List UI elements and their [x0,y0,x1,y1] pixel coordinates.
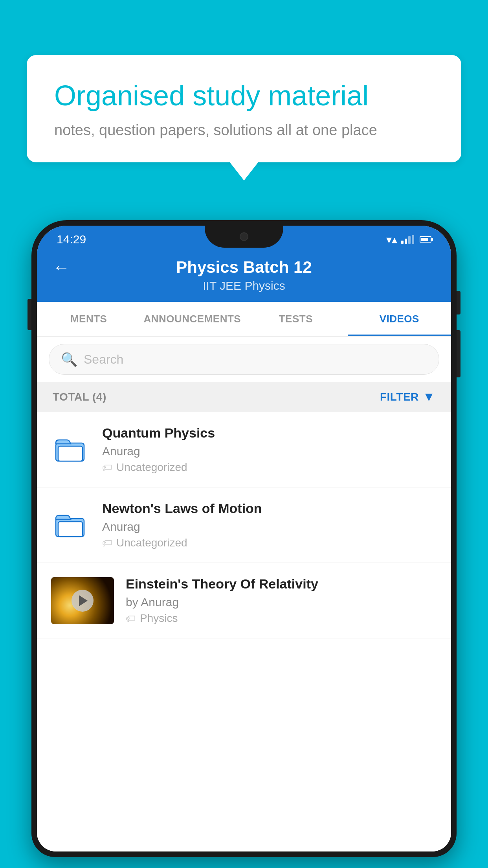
camera [240,232,248,241]
search-placeholder: Search [84,352,123,367]
folder-icon-wrap [51,430,90,469]
tab-announcements[interactable]: ANNOUNCEMENTS [140,302,244,336]
volume-down-button [457,330,460,377]
play-button[interactable] [72,590,94,612]
list-item[interactable]: Einstein's Theory Of Relativity by Anura… [37,563,451,638]
speech-bubble: Organised study material notes, question… [27,55,461,162]
speech-bubble-arrow [230,162,258,180]
power-button [457,291,460,314]
item-tag: 🏷 Uncategorized [102,461,437,474]
bubble-subtitle: notes, question papers, solutions all at… [54,122,434,139]
video-list: Quantum Physics Anurag 🏷 Uncategorized [37,412,451,851]
item-tag: 🏷 Physics [126,612,437,625]
item-info: Quantum Physics Anurag 🏷 Uncategorized [102,425,437,474]
phone-screen: 14:29 ▾▴ ← Physics [37,226,451,851]
app-header: ← Physics Batch 12 IIT JEE Physics [37,250,451,302]
search-icon: 🔍 [61,351,77,367]
filter-button[interactable]: FILTER ▼ [380,390,435,404]
tag-icon: 🏷 [126,612,136,625]
header-row: ← Physics Batch 12 [53,258,435,277]
speech-bubble-wrapper: Organised study material notes, question… [27,55,461,180]
search-bar[interactable]: 🔍 Search [49,344,439,375]
item-tag: 🏷 Uncategorized [102,537,437,549]
video-thumbnail [51,577,114,624]
svg-rect-1 [58,446,83,461]
total-count: TOTAL (4) [53,391,106,403]
filter-label: FILTER [380,391,419,403]
list-item[interactable]: Newton's Laws of Motion Anurag 🏷 Uncateg… [37,487,451,563]
filter-icon: ▼ [423,390,435,404]
tab-ments[interactable]: MENTS [37,302,140,336]
folder-icon [55,434,86,465]
signal-icon [401,235,414,244]
tag-icon: 🏷 [102,537,112,549]
item-title: Newton's Laws of Motion [102,501,437,516]
tab-videos[interactable]: VIDEOS [348,302,451,336]
notch [205,226,283,248]
item-info: Newton's Laws of Motion Anurag 🏷 Uncateg… [102,501,437,549]
tab-tests[interactable]: TESTS [244,302,347,336]
tabs-bar: MENTS ANNOUNCEMENTS TESTS VIDEOS [37,302,451,337]
play-triangle-icon [79,595,88,606]
search-container: 🔍 Search [37,337,451,382]
folder-icon [55,509,86,541]
status-time: 14:29 [57,233,86,246]
battery-icon [420,236,431,243]
bubble-title: Organised study material [54,79,434,112]
back-button[interactable]: ← [53,257,70,277]
volume-button [28,299,31,330]
item-author: by Anurag [126,596,437,609]
wifi-icon: ▾▴ [386,233,397,246]
item-author: Anurag [102,520,437,533]
phone-wrapper: 14:29 ▾▴ ← Physics [31,220,457,868]
tag-icon: 🏷 [102,462,112,474]
item-author: Anurag [102,445,437,458]
list-item[interactable]: Quantum Physics Anurag 🏷 Uncategorized [37,412,451,487]
phone-outer: 14:29 ▾▴ ← Physics [31,220,457,857]
header-title: Physics Batch 12 [176,258,312,277]
status-icons: ▾▴ [386,233,431,246]
item-title: Einstein's Theory Of Relativity [126,576,437,592]
folder-icon-wrap [51,506,90,545]
item-info: Einstein's Theory Of Relativity by Anura… [126,576,437,625]
svg-rect-3 [58,522,83,537]
header-subtitle: IIT JEE Physics [203,279,285,292]
item-title: Quantum Physics [102,425,437,441]
filter-bar: TOTAL (4) FILTER ▼ [37,382,451,412]
